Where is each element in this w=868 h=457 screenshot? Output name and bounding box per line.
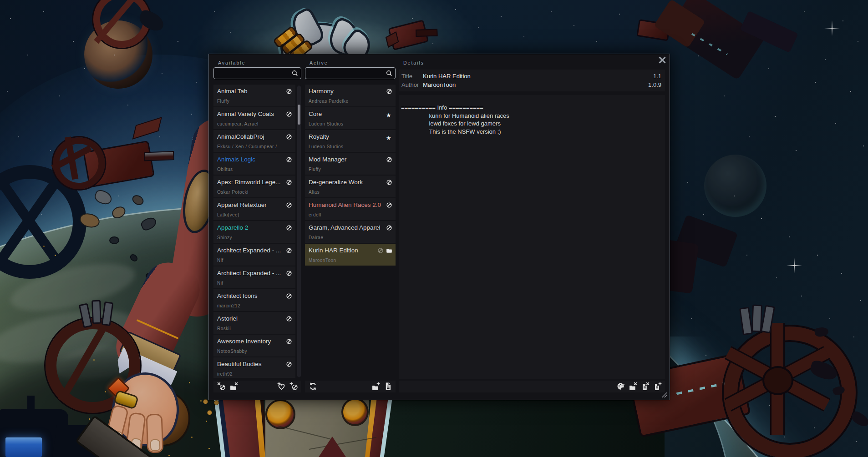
folder-x-button[interactable] <box>228 382 239 392</box>
mod-name: AnimalCollabProj <box>217 133 292 140</box>
debris-rock <box>109 236 119 244</box>
mod-source-icons: ★ <box>386 111 392 117</box>
active-search-input[interactable] <box>307 68 384 78</box>
mod-manager-window: Available Animal Tab Fluffy Animal Varie… <box>208 54 670 400</box>
mod-source-icons <box>386 156 392 163</box>
mod-name: Core <box>309 110 392 117</box>
mod-row[interactable]: Apparello 2 Shinzy <box>213 221 295 243</box>
heart-plus-button[interactable] <box>276 382 286 392</box>
mod-source-icons <box>286 111 292 117</box>
steam-icon <box>286 179 292 186</box>
mod-row[interactable]: Architect Expanded - ... Nif <box>213 244 295 266</box>
steam-icon <box>286 316 292 322</box>
mod-row[interactable]: Beautiful Bodies ireth92 <box>213 357 295 378</box>
debris-rock <box>129 253 139 263</box>
mod-source-icons <box>286 156 292 163</box>
steam-icon <box>386 88 392 95</box>
mod-name: Beautiful Bodies <box>217 361 292 367</box>
scrollbar-thumb[interactable] <box>298 105 300 125</box>
mod-author: Fluffy <box>309 167 392 172</box>
mod-row[interactable]: Animal Variety Coats cucumpear, Azrael <box>213 107 295 129</box>
finger <box>125 412 146 453</box>
mod-source-icons <box>286 247 292 254</box>
hair-ornament <box>280 32 306 55</box>
fingernail <box>150 439 161 452</box>
steam-icon <box>286 156 292 163</box>
debris-prong <box>91 300 102 324</box>
mod-source-icons <box>286 179 292 186</box>
mod-title-value: Kurin HAR Edition <box>423 72 653 80</box>
mod-name: Royalty <box>309 133 392 140</box>
mod-name: Animal Tab <box>217 88 292 95</box>
mod-version: 1.0.9 <box>648 80 661 89</box>
folder-plus-button[interactable] <box>371 382 381 392</box>
character-hand <box>103 365 188 454</box>
folder-icon <box>386 247 392 254</box>
debris-rock <box>111 206 127 220</box>
cloud <box>6 255 139 321</box>
steam-icon <box>286 225 292 231</box>
mod-author: Latki(vee) <box>217 212 292 217</box>
mod-row[interactable]: Garam, Advanced Apparel Dalrae <box>305 221 396 243</box>
gear-silhouette <box>0 165 86 279</box>
mod-author: Andreas Pardeike <box>309 99 392 104</box>
mod-row[interactable]: Royalty Ludeon Studios ★ <box>305 130 396 152</box>
resize-handle-icon[interactable] <box>660 391 668 399</box>
mod-row[interactable]: De-generalize Work Alias <box>305 176 396 197</box>
available-search-input[interactable] <box>216 68 290 78</box>
mod-row[interactable]: Mod Manager Fluffy <box>305 153 396 175</box>
mod-name: Astoriel <box>217 315 292 322</box>
steam-plus-button[interactable] <box>289 382 299 392</box>
glowing-panel <box>5 437 42 457</box>
mod-row[interactable]: Kurin HAR Edition MaroonToon <box>305 244 396 266</box>
file-button[interactable] <box>383 382 393 392</box>
gun-stock <box>75 415 156 457</box>
cloud <box>0 300 140 373</box>
mod-source-icons <box>386 202 392 208</box>
mod-row[interactable]: Apex: Rimworld Lege... Oskar Potocki <box>213 176 295 197</box>
mod-row[interactable]: Awesome Inventory NotooShabby <box>213 335 295 357</box>
steam-icon <box>286 88 292 95</box>
mod-row[interactable]: Core Ludeon Studios ★ <box>305 107 396 129</box>
mod-row[interactable]: Humanoid Alien Races 2.0 erdelf <box>305 198 396 220</box>
details-toolbar <box>399 381 665 392</box>
steam-x-button[interactable] <box>216 382 226 392</box>
mod-name: Animal Variety Coats <box>217 110 292 117</box>
mod-row[interactable]: Harmony Andreas Pardeike <box>305 85 396 106</box>
mod-name: Architect Icons <box>217 292 292 299</box>
available-label: Available <box>218 60 245 65</box>
mod-row[interactable]: Apparel Retextuer Latki(vee) <box>213 198 295 220</box>
author-label: Author <box>401 80 423 89</box>
cuff-frill <box>113 347 178 395</box>
file-plus-button[interactable] <box>652 382 662 392</box>
mod-row[interactable]: Architect Icons marcin212 <box>213 289 295 311</box>
mod-name: Humanoid Alien Races 2.0 <box>309 201 392 208</box>
refresh-button[interactable] <box>308 382 318 392</box>
title-label: Title <box>401 72 423 80</box>
mod-row[interactable]: Astoriel Roskii <box>213 312 295 334</box>
character-hair <box>272 7 363 57</box>
mod-author: Oskar Potocki <box>217 190 292 195</box>
mod-row[interactable]: AnimalCollabProj Ekksu / Xen / Cucumpear… <box>213 130 295 152</box>
mod-author: NotooShabby <box>217 349 292 354</box>
palette-button[interactable] <box>615 382 625 392</box>
mod-row[interactable]: Animals Logic Oblitus <box>213 153 295 175</box>
mod-source-icons <box>386 88 392 95</box>
mod-author: MaroonToon <box>309 258 392 263</box>
available-column: Available Animal Tab Fluffy Animal Varie… <box>213 54 301 400</box>
mod-row[interactable]: Architect Expanded - ... Nif <box>213 266 295 288</box>
available-list: Animal Tab Fluffy Animal Variety Coats c… <box>213 85 295 378</box>
available-scrollbar[interactable] <box>297 85 301 378</box>
mod-row[interactable]: Animal Tab Fluffy <box>213 85 295 106</box>
steam-icon <box>386 202 392 208</box>
debris-prong <box>101 301 113 326</box>
steam-icon <box>377 247 384 254</box>
debris-rock <box>146 273 153 279</box>
file-x-button[interactable] <box>640 382 650 392</box>
debris-rock <box>79 212 101 229</box>
character-torso <box>218 397 388 457</box>
folder-x-button[interactable] <box>628 382 638 392</box>
cloud <box>48 337 161 386</box>
description-line: kurin for Humanoid alien races <box>401 112 662 120</box>
red-ship <box>383 15 435 58</box>
